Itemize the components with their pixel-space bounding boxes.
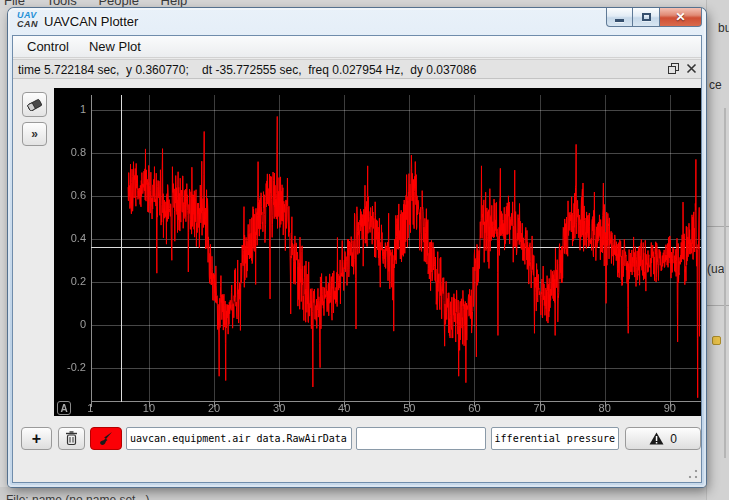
cursor-readout: time 5.722184 sec, y 0.360770; dt -35.77…	[18, 63, 476, 77]
plus-icon: +	[32, 430, 41, 448]
maximize-icon	[642, 13, 651, 21]
trash-icon	[65, 431, 78, 446]
window-titlebar[interactable]: UAVCAN UAVCAN Plotter ✕	[8, 8, 706, 35]
paintbrush-icon	[98, 431, 114, 447]
y-tick-label: 0.8	[54, 146, 86, 158]
curve-color-button[interactable]	[90, 427, 122, 450]
close-icon: ✕	[675, 11, 685, 23]
background-window-top: File Tools People Help	[0, 0, 729, 8]
x-tick-label: 90	[655, 402, 685, 414]
background-fragment-ua: (ua	[707, 262, 724, 276]
background-fragment-bu: bu	[718, 21, 729, 35]
menubar: Control New Plot	[13, 36, 701, 58]
error-count: 0	[670, 432, 677, 446]
delete-plot-button[interactable]	[58, 427, 85, 450]
maximize-button[interactable]	[632, 8, 660, 27]
background-status-fragment: File: name (no name set...)	[6, 493, 149, 500]
auto-range-button[interactable]: A	[57, 401, 71, 415]
y-tick-label: 0.4	[54, 232, 86, 244]
background-yellow-icon	[712, 336, 721, 345]
message-type-field[interactable]	[126, 427, 352, 450]
x-tick-label: 1	[75, 402, 105, 414]
background-menubar-fragment: File Tools People Help	[4, 0, 187, 8]
error-count-button[interactable]: 0	[625, 427, 701, 450]
background-fragment-ce: ce	[709, 78, 722, 92]
y-tick-label: 1	[54, 103, 86, 115]
add-plot-button[interactable]: +	[21, 427, 52, 450]
filter-expression-field[interactable]	[356, 427, 486, 450]
x-tick-label: 50	[394, 402, 424, 414]
y-tick-label: 0.6	[54, 189, 86, 201]
y-tick-label: 0	[54, 318, 86, 330]
close-button[interactable]: ✕	[659, 8, 702, 27]
x-tick-label: 20	[199, 402, 229, 414]
eraser-icon	[26, 98, 43, 111]
window-title: UAVCAN Plotter	[44, 14, 138, 29]
double-chevron-right-icon: »	[31, 127, 38, 141]
window-client-area: Control New Plot time 5.722184 sec, y 0.…	[12, 35, 702, 483]
resize-grip[interactable]	[687, 468, 699, 480]
float-icon	[668, 63, 679, 74]
clear-plot-button[interactable]	[22, 92, 47, 117]
menu-new-plot[interactable]: New Plot	[79, 37, 151, 56]
plot-area[interactable]: 10.80.60.40.20-0.2 1102030405060708090 A	[54, 88, 702, 416]
minimize-icon	[615, 19, 624, 22]
x-tick-label: 30	[264, 402, 294, 414]
x-tick-label: 80	[590, 402, 620, 414]
signal-plot-canvas[interactable]	[91, 95, 701, 407]
background-window-right: bu ce (ua	[706, 0, 729, 500]
close-dock-button[interactable]	[686, 63, 697, 74]
x-tick-label: 70	[525, 402, 555, 414]
menu-control[interactable]: Control	[17, 37, 79, 56]
extraction-expression-field[interactable]	[491, 427, 619, 450]
close-dock-icon	[686, 63, 697, 74]
uavcan-plotter-window: UAVCAN UAVCAN Plotter ✕ Control New Plot…	[8, 8, 706, 487]
background-panel-edge	[724, 108, 726, 458]
status-bar: time 5.722184 sec, y 0.360770; dt -35.77…	[13, 59, 701, 79]
window-controls: ✕	[607, 8, 702, 27]
uavcan-logo-icon: UAVCAN	[17, 11, 38, 29]
y-tick-label: 0.2	[54, 275, 86, 287]
y-tick-label: -0.2	[54, 361, 86, 373]
minimize-button[interactable]	[606, 8, 633, 27]
expand-controls-button[interactable]: »	[22, 122, 47, 146]
x-tick-label: 60	[459, 402, 489, 414]
x-tick-label: 40	[329, 402, 359, 414]
float-dock-button[interactable]	[668, 63, 679, 74]
warning-icon	[649, 432, 664, 445]
background-window-bottom: File: name (no name set...)	[0, 487, 706, 500]
x-tick-label: 10	[134, 402, 164, 414]
